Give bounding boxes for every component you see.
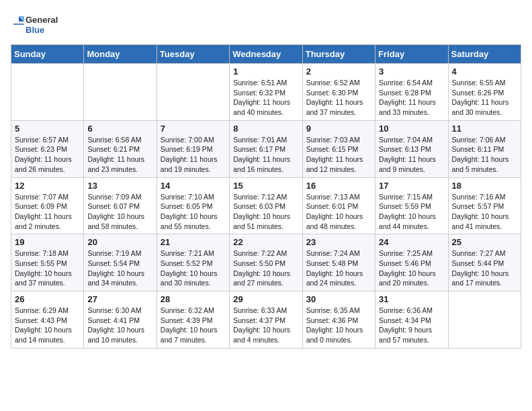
day-number: 13 bbox=[87, 181, 152, 191]
calendar-cell: 13Sunrise: 7:09 AM Sunset: 6:07 PM Dayli… bbox=[84, 177, 157, 234]
day-info: Sunrise: 7:19 AM Sunset: 5:54 PM Dayligh… bbox=[87, 248, 152, 288]
day-info: Sunrise: 6:54 AM Sunset: 6:28 PM Dayligh… bbox=[379, 78, 444, 118]
day-number: 27 bbox=[87, 294, 152, 304]
day-number: 21 bbox=[161, 237, 226, 247]
day-info: Sunrise: 6:29 AM Sunset: 4:43 PM Dayligh… bbox=[15, 306, 80, 345]
day-info: Sunrise: 7:22 AM Sunset: 5:50 PM Dayligh… bbox=[233, 248, 298, 288]
day-number: 30 bbox=[306, 294, 371, 304]
day-info: Sunrise: 7:24 AM Sunset: 5:48 PM Dayligh… bbox=[306, 248, 371, 288]
calendar-cell: 26Sunrise: 6:29 AM Sunset: 4:43 PM Dayli… bbox=[11, 291, 84, 349]
calendar-cell: 20Sunrise: 7:19 AM Sunset: 5:54 PM Dayli… bbox=[84, 234, 157, 291]
svg-text:Blue: Blue bbox=[26, 25, 44, 35]
weekday-header-monday: Monday bbox=[84, 45, 157, 64]
calendar-cell: 28Sunrise: 6:32 AM Sunset: 4:39 PM Dayli… bbox=[157, 291, 229, 349]
day-info: Sunrise: 6:33 AM Sunset: 4:37 PM Dayligh… bbox=[233, 306, 298, 345]
logo: General Blue bbox=[11, 11, 64, 38]
svg-text:General: General bbox=[26, 15, 58, 25]
day-number: 1 bbox=[233, 66, 298, 77]
day-info: Sunrise: 7:12 AM Sunset: 6:03 PM Dayligh… bbox=[233, 192, 298, 232]
day-number: 25 bbox=[452, 237, 517, 247]
day-info: Sunrise: 7:13 AM Sunset: 6:01 PM Dayligh… bbox=[306, 192, 371, 232]
day-number: 15 bbox=[233, 181, 298, 191]
calendar-week-1: 1Sunrise: 6:51 AM Sunset: 6:32 PM Daylig… bbox=[11, 64, 521, 121]
day-number: 10 bbox=[379, 124, 444, 134]
calendar-cell: 30Sunrise: 6:35 AM Sunset: 4:36 PM Dayli… bbox=[302, 291, 375, 349]
day-number: 12 bbox=[15, 181, 80, 191]
page-header: General Blue bbox=[11, 11, 521, 38]
day-number: 22 bbox=[233, 237, 298, 247]
day-number: 11 bbox=[452, 124, 517, 134]
weekday-header-thursday: Thursday bbox=[302, 45, 375, 64]
calendar-cell: 25Sunrise: 7:27 AM Sunset: 5:44 PM Dayli… bbox=[448, 234, 521, 291]
day-number: 29 bbox=[233, 294, 298, 304]
calendar-cell: 5Sunrise: 6:57 AM Sunset: 6:23 PM Daylig… bbox=[11, 120, 84, 177]
weekday-header-sunday: Sunday bbox=[11, 45, 84, 64]
day-info: Sunrise: 7:21 AM Sunset: 5:52 PM Dayligh… bbox=[161, 248, 226, 288]
calendar-cell: 14Sunrise: 7:10 AM Sunset: 6:05 PM Dayli… bbox=[157, 177, 229, 234]
day-number: 2 bbox=[306, 66, 371, 77]
calendar-cell: 3Sunrise: 6:54 AM Sunset: 6:28 PM Daylig… bbox=[375, 64, 448, 121]
day-number: 20 bbox=[87, 237, 152, 247]
day-number: 23 bbox=[306, 237, 371, 247]
calendar-cell bbox=[157, 64, 229, 121]
weekday-header-tuesday: Tuesday bbox=[157, 45, 229, 64]
day-number: 18 bbox=[452, 181, 517, 191]
day-number: 31 bbox=[379, 294, 444, 304]
calendar-cell: 2Sunrise: 6:52 AM Sunset: 6:30 PM Daylig… bbox=[302, 64, 375, 121]
calendar-cell: 18Sunrise: 7:16 AM Sunset: 5:57 PM Dayli… bbox=[448, 177, 521, 234]
weekday-header-saturday: Saturday bbox=[448, 45, 521, 64]
calendar-cell: 16Sunrise: 7:13 AM Sunset: 6:01 PM Dayli… bbox=[302, 177, 375, 234]
calendar-week-5: 26Sunrise: 6:29 AM Sunset: 4:43 PM Dayli… bbox=[11, 291, 521, 349]
calendar-cell: 15Sunrise: 7:12 AM Sunset: 6:03 PM Dayli… bbox=[230, 177, 302, 234]
day-info: Sunrise: 6:36 AM Sunset: 4:34 PM Dayligh… bbox=[379, 306, 444, 345]
calendar-table: SundayMondayTuesdayWednesdayThursdayFrid… bbox=[11, 44, 521, 349]
day-info: Sunrise: 7:00 AM Sunset: 6:19 PM Dayligh… bbox=[161, 135, 226, 175]
day-info: Sunrise: 6:51 AM Sunset: 6:32 PM Dayligh… bbox=[233, 78, 298, 118]
calendar-cell: 4Sunrise: 6:55 AM Sunset: 6:26 PM Daylig… bbox=[448, 64, 521, 121]
calendar-week-2: 5Sunrise: 6:57 AM Sunset: 6:23 PM Daylig… bbox=[11, 120, 521, 177]
day-info: Sunrise: 7:18 AM Sunset: 5:55 PM Dayligh… bbox=[15, 248, 80, 288]
day-info: Sunrise: 7:16 AM Sunset: 5:57 PM Dayligh… bbox=[452, 192, 517, 232]
calendar-cell: 6Sunrise: 6:58 AM Sunset: 6:21 PM Daylig… bbox=[84, 120, 157, 177]
day-number: 26 bbox=[15, 294, 80, 304]
calendar-cell: 19Sunrise: 7:18 AM Sunset: 5:55 PM Dayli… bbox=[11, 234, 84, 291]
day-number: 17 bbox=[379, 181, 444, 191]
calendar-cell: 31Sunrise: 6:36 AM Sunset: 4:34 PM Dayli… bbox=[375, 291, 448, 349]
day-info: Sunrise: 7:27 AM Sunset: 5:44 PM Dayligh… bbox=[452, 248, 517, 288]
day-info: Sunrise: 7:03 AM Sunset: 6:15 PM Dayligh… bbox=[306, 135, 371, 175]
day-number: 19 bbox=[15, 237, 80, 247]
day-info: Sunrise: 7:10 AM Sunset: 6:05 PM Dayligh… bbox=[161, 192, 226, 232]
weekday-header-wednesday: Wednesday bbox=[230, 45, 302, 64]
day-number: 7 bbox=[161, 124, 226, 134]
calendar-cell: 1Sunrise: 6:51 AM Sunset: 6:32 PM Daylig… bbox=[230, 64, 302, 121]
day-number: 8 bbox=[233, 124, 298, 134]
day-info: Sunrise: 6:30 AM Sunset: 4:41 PM Dayligh… bbox=[87, 306, 152, 345]
day-number: 24 bbox=[379, 237, 444, 247]
calendar-cell: 10Sunrise: 7:04 AM Sunset: 6:13 PM Dayli… bbox=[375, 120, 448, 177]
calendar-cell bbox=[11, 64, 84, 121]
calendar-cell: 21Sunrise: 7:21 AM Sunset: 5:52 PM Dayli… bbox=[157, 234, 229, 291]
calendar-cell: 23Sunrise: 7:24 AM Sunset: 5:48 PM Dayli… bbox=[302, 234, 375, 291]
day-info: Sunrise: 7:04 AM Sunset: 6:13 PM Dayligh… bbox=[379, 135, 444, 175]
day-info: Sunrise: 7:07 AM Sunset: 6:09 PM Dayligh… bbox=[15, 192, 80, 232]
day-info: Sunrise: 7:15 AM Sunset: 5:59 PM Dayligh… bbox=[379, 192, 444, 232]
calendar-cell: 11Sunrise: 7:06 AM Sunset: 6:11 PM Dayli… bbox=[448, 120, 521, 177]
calendar-cell bbox=[448, 291, 521, 349]
day-info: Sunrise: 6:57 AM Sunset: 6:23 PM Dayligh… bbox=[15, 135, 80, 175]
day-number: 28 bbox=[161, 294, 226, 304]
calendar-week-4: 19Sunrise: 7:18 AM Sunset: 5:55 PM Dayli… bbox=[11, 234, 521, 291]
calendar-cell: 22Sunrise: 7:22 AM Sunset: 5:50 PM Dayli… bbox=[230, 234, 302, 291]
day-info: Sunrise: 7:06 AM Sunset: 6:11 PM Dayligh… bbox=[452, 135, 517, 175]
calendar-cell: 7Sunrise: 7:00 AM Sunset: 6:19 PM Daylig… bbox=[157, 120, 229, 177]
day-number: 16 bbox=[306, 181, 371, 191]
calendar-cell: 27Sunrise: 6:30 AM Sunset: 4:41 PM Dayli… bbox=[84, 291, 157, 349]
day-number: 5 bbox=[15, 124, 80, 134]
logo-svg: General Blue bbox=[11, 11, 64, 38]
weekday-header-row: SundayMondayTuesdayWednesdayThursdayFrid… bbox=[11, 45, 521, 64]
day-number: 4 bbox=[452, 66, 517, 77]
day-number: 3 bbox=[379, 66, 444, 77]
calendar-cell: 8Sunrise: 7:01 AM Sunset: 6:17 PM Daylig… bbox=[230, 120, 302, 177]
day-number: 14 bbox=[161, 181, 226, 191]
day-info: Sunrise: 7:01 AM Sunset: 6:17 PM Dayligh… bbox=[233, 135, 298, 175]
day-info: Sunrise: 6:58 AM Sunset: 6:21 PM Dayligh… bbox=[87, 135, 152, 175]
